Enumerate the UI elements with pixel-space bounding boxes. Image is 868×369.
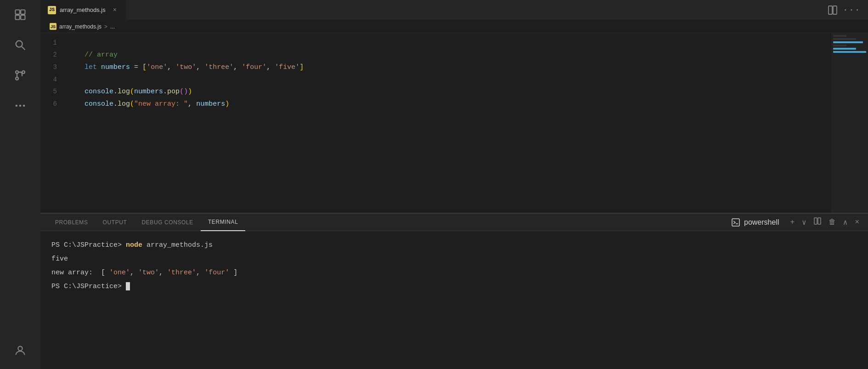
tab-js-icon: JS: [48, 6, 56, 14]
terminal-cmd-args: array_methods.js: [142, 241, 213, 249]
terminal-one: 'one': [109, 269, 130, 277]
svg-point-6: [16, 71, 18, 74]
svg-rect-3: [21, 15, 25, 19]
tab-debug-console[interactable]: DEBUG CONSOLE: [134, 214, 201, 231]
split-editor-button[interactable]: [828, 5, 838, 15]
line-number-1: 1: [40, 37, 68, 49]
code-line-1: 1: [40, 37, 868, 49]
breadcrumb: JS array_methods.js > ...: [40, 20, 868, 33]
svg-rect-16: [814, 218, 817, 224]
line-content-3: let numbers = ['one', 'two', 'three', 'f…: [68, 62, 868, 74]
code-line-2: 2 // array: [40, 49, 868, 61]
more-actions-button[interactable]: ···: [843, 6, 861, 15]
terminal-prompt-2: PS C:\JSPractice>: [51, 283, 126, 290]
minimap: [831, 33, 868, 213]
panel: PROBLEMS OUTPUT DEBUG CONSOLE TERMINAL p…: [40, 213, 868, 369]
delete-terminal-button[interactable]: 🗑: [827, 216, 837, 228]
terminal-four: 'four': [204, 269, 229, 277]
tab-terminal[interactable]: TERMINAL: [201, 214, 245, 231]
breadcrumb-sep: >: [104, 23, 107, 30]
line-number-6: 6: [40, 98, 68, 110]
terminal-prompt-1: PS C:\JSPractice>: [51, 241, 126, 249]
code-line-5: 5 console.log(numbers.pop()): [40, 85, 868, 98]
editor-tab[interactable]: JS array_methods.js ×: [40, 0, 126, 20]
terminal-line-1: PS C:\JSPractice> node array_methods.js: [51, 238, 857, 252]
code-editor[interactable]: 1 2 // array 3 let numbers = ['one', 'tw…: [40, 33, 868, 213]
svg-point-11: [23, 105, 25, 107]
terminal-line-2: five: [51, 252, 857, 266]
source-control-icon[interactable]: [9, 64, 31, 86]
svg-rect-0: [16, 10, 20, 14]
terminal-comma-2: ,: [159, 269, 167, 277]
panel-controls: powershell + ∨ 🗑 ∧ ×: [732, 216, 861, 228]
svg-rect-14: [833, 6, 837, 14]
terminal-cursor: [126, 282, 130, 290]
line-content-2: // array: [68, 49, 868, 61]
terminal-three: 'three': [167, 269, 196, 277]
breadcrumb-js-icon: JS: [50, 23, 56, 30]
activity-bar: [0, 0, 40, 369]
account-icon[interactable]: [9, 340, 31, 362]
svg-point-8: [16, 77, 18, 80]
terminal-two: 'two': [138, 269, 159, 277]
terminal-content[interactable]: PS C:\JSPractice> node array_methods.js …: [40, 231, 868, 369]
split-terminal-button[interactable]: [812, 216, 823, 228]
breadcrumb-more: ...: [110, 23, 115, 30]
tab-filename: array_methods.js: [60, 6, 106, 13]
add-terminal-button[interactable]: +: [789, 217, 796, 228]
collapse-panel-button[interactable]: ∧: [842, 216, 849, 228]
terminal-node-cmd: node: [126, 241, 142, 249]
terminal-new-array-prefix: new array: [: [51, 269, 109, 277]
editor-top-right: ···: [828, 5, 868, 15]
terminal-suffix: ]: [229, 269, 237, 277]
line-number-2: 2: [40, 49, 68, 61]
code-line-6: 6 console.log("new array: ", numbers): [40, 98, 868, 110]
terminal-dropdown-button[interactable]: ∨: [800, 216, 808, 228]
svg-point-12: [18, 346, 22, 351]
shell-label: powershell: [732, 217, 780, 228]
extensions-icon[interactable]: [9, 95, 31, 117]
line-content-6: console.log("new array: ", numbers): [68, 98, 868, 110]
svg-rect-2: [16, 15, 20, 19]
terminal-line-3: new array: [ 'one', 'two', 'three', 'fou…: [51, 266, 857, 280]
line-number-4: 4: [40, 74, 68, 85]
svg-rect-1: [21, 10, 25, 14]
code-line-3: 3 let numbers = ['one', 'two', 'three', …: [40, 61, 868, 74]
svg-point-10: [19, 105, 22, 107]
tab-problems[interactable]: PROBLEMS: [48, 214, 96, 231]
explorer-icon[interactable]: [9, 4, 31, 26]
tab-close-button[interactable]: ×: [111, 6, 118, 15]
close-panel-button[interactable]: ×: [853, 217, 861, 228]
tab-bar: JS array_methods.js × ···: [40, 0, 868, 20]
line-number-3: 3: [40, 61, 68, 73]
activity-bar-bottom: [9, 340, 31, 369]
terminal-comma-3: ,: [196, 269, 204, 277]
svg-point-4: [16, 41, 23, 47]
panel-tabs: PROBLEMS OUTPUT DEBUG CONSOLE TERMINAL p…: [40, 214, 868, 231]
code-line-4: 4: [40, 74, 868, 85]
line-number-5: 5: [40, 85, 68, 97]
terminal-line-4: PS C:\JSPractice>: [51, 280, 857, 294]
svg-line-5: [22, 47, 25, 50]
line-content-5: console.log(numbers.pop()): [68, 86, 868, 98]
breadcrumb-filename[interactable]: array_methods.js: [59, 23, 101, 30]
svg-rect-13: [829, 6, 832, 14]
editor-container: JS array_methods.js × ··· JS array_metho…: [40, 0, 868, 369]
tab-output[interactable]: OUTPUT: [96, 214, 135, 231]
terminal-comma-1: ,: [130, 269, 138, 277]
search-icon[interactable]: [9, 34, 31, 56]
shell-name: powershell: [743, 217, 780, 228]
svg-rect-17: [818, 218, 821, 224]
svg-point-9: [16, 105, 18, 107]
